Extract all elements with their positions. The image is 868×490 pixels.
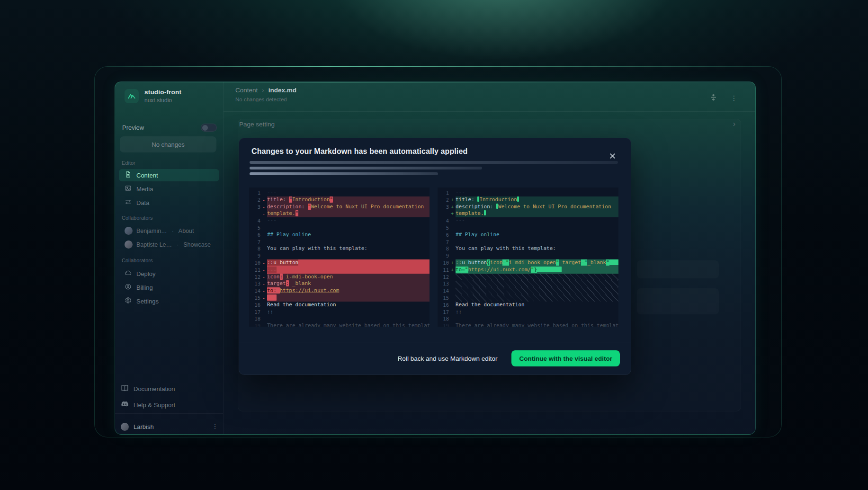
code-text: template." <box>267 210 430 217</box>
user-menu[interactable]: Larbish ⋮ <box>121 419 218 434</box>
sidebar-item-content[interactable]: Content <box>119 169 219 181</box>
user-name: Larbish <box>134 423 207 430</box>
diff-highlight <box>609 259 618 265</box>
rollback-button[interactable]: Roll back and use Markdown editor <box>398 355 498 362</box>
settings-icon <box>125 297 132 305</box>
diff-sign: - <box>260 210 267 217</box>
diff-line: 16Read the documentation <box>438 302 618 309</box>
diff-line: 5 <box>249 224 430 232</box>
diff-sign <box>449 315 456 322</box>
diff-sign <box>449 274 456 281</box>
sidebar-item-deploy[interactable]: Deploy <box>119 267 219 280</box>
diff-sign <box>260 252 267 259</box>
diff-line: 10+::u-button{icon="i-mdi-book-open" tar… <box>438 259 618 267</box>
diff-line: 3+description: Welcome to Nuxt UI Pro do… <box>438 204 618 211</box>
diff-line: -template." <box>249 210 430 217</box>
code-token: Read the documentation <box>267 302 336 308</box>
collaborator-page: About <box>179 228 194 234</box>
kebab-menu-icon[interactable]: ⋮ <box>212 426 218 428</box>
code-token <box>283 274 286 280</box>
line-number: 6 <box>438 232 449 239</box>
diff-panel-added: 1---2+title: Introduction3+description: … <box>438 187 618 327</box>
diff-highlight: --- <box>267 294 277 301</box>
no-changes-button[interactable]: No changes <box>120 136 216 152</box>
diff-view[interactable]: 1---2-title: "Introduction"3-description… <box>249 187 621 327</box>
code-token <box>289 280 292 286</box>
line-number: 16 <box>438 302 449 309</box>
code-token: Welcome to Nuxt UI Pro documentation <box>498 204 611 210</box>
diff-highlight: "} <box>531 267 537 273</box>
breadcrumb-item-file[interactable]: index.md <box>268 87 296 94</box>
markdown-changes-modal: Changes to your Markdown has been automa… <box>239 138 631 375</box>
merge-changes-icon[interactable] <box>709 93 717 103</box>
code-text: :: <box>267 309 430 316</box>
sidebar-item-media[interactable]: Media <box>119 183 219 195</box>
skeleton-row <box>637 260 719 278</box>
diff-highlight: to=" <box>456 267 468 273</box>
close-icon[interactable] <box>607 151 617 161</box>
diff-sign <box>449 239 456 246</box>
line-number: 13 <box>438 280 449 287</box>
diff-sign <box>260 309 267 316</box>
diff-sign <box>449 280 456 287</box>
code-text: You can play with this template: <box>267 245 430 252</box>
diff-sign <box>449 252 456 259</box>
diff-line: 9 <box>249 252 430 259</box>
diff-line: 1--- <box>249 189 430 196</box>
chevron-right-icon[interactable]: › <box>733 120 735 128</box>
collaborator-avatar <box>125 227 133 235</box>
sidebar-item-documentation[interactable]: Documentation <box>121 384 175 393</box>
line-number: 17 <box>249 309 260 316</box>
sidebar-item-billing[interactable]: Billing <box>119 281 219 294</box>
book-open-icon <box>121 384 129 393</box>
code-text: --- <box>267 294 430 302</box>
line-number: 10 <box>438 259 449 267</box>
diff-highlight: { <box>487 259 490 266</box>
diff-line: 10-::u-button <box>249 259 430 267</box>
kebab-menu-icon[interactable]: ⋮ <box>731 97 737 99</box>
continue-visual-editor-button[interactable]: Continue with the visual editor <box>511 350 620 366</box>
collaborator-row[interactable]: Benjamin…·About <box>119 224 219 238</box>
diff-line: 5 <box>438 224 618 232</box>
code-token: description <box>456 204 490 210</box>
code-token: :: <box>456 309 462 315</box>
line-number: 6 <box>249 232 260 239</box>
media-icon <box>125 185 132 193</box>
code-text: Read the documentation <box>267 302 430 309</box>
collaborator-name: Benjamin… <box>136 228 167 234</box>
modal-title: Changes to your Markdown has been automa… <box>251 147 467 156</box>
diff-line: 19There are already many website based o… <box>249 322 430 327</box>
collaborator-row[interactable]: Baptiste Le…·Showcase <box>119 238 219 251</box>
diff-sign: + <box>449 204 456 211</box>
preview-toggle[interactable] <box>201 124 217 132</box>
diff-highlight <box>484 210 486 215</box>
code-token: : <box>302 204 308 210</box>
toggle-knob <box>202 125 208 131</box>
code-token: description <box>267 204 302 210</box>
diff-sign: + <box>449 259 456 267</box>
breadcrumb-item-content[interactable]: Content <box>235 87 258 94</box>
code-text: --- <box>267 217 430 224</box>
code-text: You can play with this template: <box>456 245 618 252</box>
code-text <box>456 294 618 302</box>
diff-line: 11---- <box>249 267 430 274</box>
line-number: 9 <box>438 252 449 259</box>
diff-line: 8You can play with this template: <box>438 245 618 252</box>
code-token: You can play with this template: <box>456 245 556 251</box>
sidebar-item-help-support[interactable]: Help & Support <box>121 400 175 410</box>
diff-panel-removed: 1---2-title: "Introduction"3-description… <box>249 187 430 327</box>
line-number: 14 <box>438 287 449 294</box>
diff-sign <box>260 189 267 196</box>
diff-sign <box>260 315 267 322</box>
breadcrumb: Content › index.md <box>235 87 296 94</box>
modal-footer: Roll back and use Markdown editor Contin… <box>239 342 631 374</box>
code-text: ::u-button{icon="i-mdi-book-open" target… <box>456 259 618 267</box>
skeleton-bar <box>250 167 482 169</box>
line-number: 2 <box>438 196 449 204</box>
code-token: _blank <box>292 280 311 286</box>
document-icon <box>125 171 132 179</box>
sidebar-item-data[interactable]: Data <box>119 196 219 209</box>
sidebar-item-settings[interactable]: Settings <box>119 295 219 307</box>
diff-highlight: =" <box>502 259 509 266</box>
project-switcher[interactable]: studio-front nuxt.studio <box>125 89 181 104</box>
